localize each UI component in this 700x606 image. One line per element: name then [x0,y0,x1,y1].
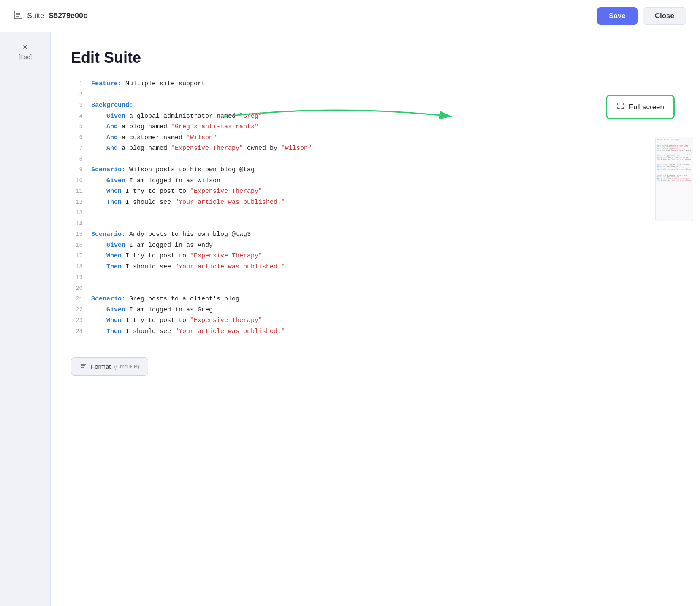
code-line-7: 7 And a blog named "Expensive Therapy" o… [71,143,680,154]
code-line-3: 3 Background: [71,100,680,111]
format-icon [80,362,87,371]
code-line-13: 13 [71,208,680,219]
format-bar: Format (Cmd + B) [71,349,680,376]
code-line-9: 9 Scenario: Wilson posts to his own blog… [71,165,680,176]
format-shortcut: (Cmd + B) [114,363,140,370]
top-bar: Suite S5279e00c Save Close [0,0,700,32]
code-line-19: 19 [71,272,680,283]
esc-label: [Esc] [19,54,32,60]
code-line-12: 12 Then I should see "Your article was p… [71,197,680,208]
code-line-24: 24 Then I should see "Your article was p… [71,326,680,337]
main-layout: × [Esc] Edit Suite Full screen [0,32,700,606]
content-area: Edit Suite Full screen Feature: Multiple… [51,32,700,606]
code-line-11: 11 When I try to post to "Expensive Ther… [71,186,680,197]
page-title: Edit Suite [71,49,680,67]
suite-icon [14,10,23,22]
format-label: Format [91,363,111,370]
code-line-6: 6 And a customer named "Wilson" [71,133,680,143]
code-line-18: 18 Then I should see "Your article was p… [71,262,680,273]
format-button[interactable]: Format (Cmd + B) [71,357,148,376]
code-editor[interactable]: 1 Feature: Multiple site support 2 3 Bac… [71,78,680,337]
save-button[interactable]: Save [597,7,638,25]
sidebar: × [Esc] [0,32,51,606]
code-line-8: 8 [71,154,680,165]
code-line-16: 16 Given I am logged in as Andy [71,240,680,251]
suite-info: Suite S5279e00c [14,10,87,22]
code-line-10: 10 Given I am logged in as Wilson [71,176,680,187]
code-line-20: 20 [71,283,680,294]
suite-title: Suite S5279e00c [27,11,87,20]
top-bar-actions: Save Close [597,7,686,25]
code-line-5: 5 And a blog named "Greg's anti-tax rant… [71,122,680,133]
code-line-2: 2 [71,89,680,100]
esc-button[interactable]: × [Esc] [19,42,32,60]
close-button[interactable]: Close [643,7,686,25]
code-line-14: 14 [71,219,680,230]
code-line-17: 17 When I try to post to "Expensive Ther… [71,251,680,262]
code-line-4: 4 Given a global administrator named "Gr… [71,111,680,122]
close-icon: × [23,42,28,52]
code-line-22: 22 Given I am logged in as Greg [71,305,680,316]
code-line-21: 21 Scenario: Greg posts to a client's bl… [71,294,680,305]
code-line-1: 1 Feature: Multiple site support [71,78,680,89]
code-line-23: 23 When I try to post to "Expensive Ther… [71,315,680,326]
code-line-15: 15 Scenario: Andy posts to his own blog … [71,229,680,240]
